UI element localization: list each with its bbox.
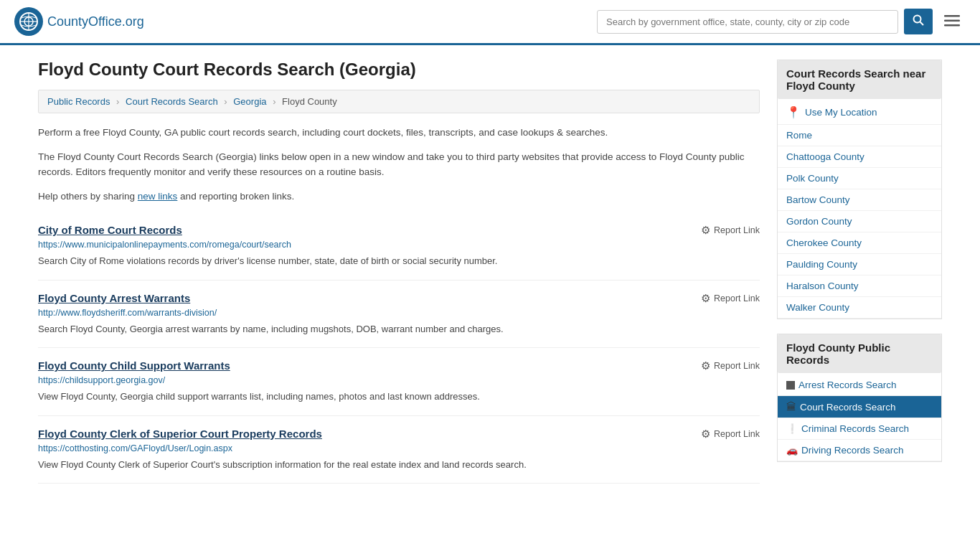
right-col: Court Records Search near Floyd County 📍… <box>777 60 942 484</box>
car-icon: 🚗 <box>786 445 798 456</box>
desc-paragraph-2: The Floyd County Court Records Search (G… <box>38 149 760 180</box>
report-link-1[interactable]: ⚙ Report Link <box>701 292 760 305</box>
search-area <box>597 9 966 34</box>
sidebar-item-criminal-records[interactable]: ❕ Criminal Records Search <box>778 418 941 440</box>
svg-rect-8 <box>944 24 960 27</box>
sidebar-item-use-location[interactable]: 📍 Use My Location <box>778 100 941 125</box>
main-content: Floyd County Court Records Search (Georg… <box>24 45 956 498</box>
result-title-3[interactable]: Floyd County Clerk of Superior Court Pro… <box>38 428 322 440</box>
breadcrumb-public-records[interactable]: Public Records <box>47 96 110 107</box>
result-url-3[interactable]: https://cotthosting.com/GAFloyd/User/Log… <box>38 443 760 453</box>
desc-paragraph-3: Help others by sharing new links and rep… <box>38 189 760 204</box>
breadcrumb-georgia[interactable]: Georgia <box>233 96 266 107</box>
result-url-2[interactable]: https://childsupport.georgia.gov/ <box>38 375 760 385</box>
result-item-1: Floyd County Arrest Warrants ⚙ Report Li… <box>38 281 760 349</box>
report-icon-0: ⚙ <box>701 224 710 237</box>
logo-county: CountyOffice <box>47 14 122 29</box>
search-button[interactable] <box>904 9 933 34</box>
sidebar-item-polk[interactable]: Polk County <box>778 168 941 189</box>
sidebar-nearby-section: Court Records Search near Floyd County 📍… <box>777 60 942 319</box>
breadcrumb-court-records-search[interactable]: Court Records Search <box>126 96 218 107</box>
report-link-label-0: Report Link <box>714 225 760 235</box>
result-title-1[interactable]: Floyd County Arrest Warrants <box>38 292 190 304</box>
sidebar-item-chattooga[interactable]: Chattooga County <box>778 146 941 168</box>
use-my-location-link[interactable]: Use My Location <box>805 107 877 118</box>
sidebar-item-bartow[interactable]: Bartow County <box>778 189 941 211</box>
sidebar-item-arrest-records[interactable]: Arrest Records Search <box>778 375 941 396</box>
result-desc-0: Search City of Rome violations records b… <box>38 254 760 268</box>
report-icon-2: ⚙ <box>701 359 710 372</box>
sidebar-item-cherokee[interactable]: Cherokee County <box>778 232 941 254</box>
page-title: Floyd County Court Records Search (Georg… <box>38 60 760 80</box>
result-item-0: City of Rome Court Records ⚙ Report Link… <box>38 212 760 281</box>
result-item-2: Floyd County Child Support Warrants ⚙ Re… <box>38 348 760 416</box>
sidebar-item-gordon[interactable]: Gordon County <box>778 211 941 232</box>
result-desc-2: View Floyd County, Georgia child support… <box>38 390 760 404</box>
sidebar-public-records-section: Floyd County Public Records Arrest Recor… <box>777 334 942 462</box>
left-col: Floyd County Court Records Search (Georg… <box>38 60 760 484</box>
breadcrumb-floyd-county: Floyd County <box>282 96 337 107</box>
report-link-label-3: Report Link <box>714 429 760 439</box>
report-link-2[interactable]: ⚙ Report Link <box>701 359 760 372</box>
sidebar-nearby-header: Court Records Search near Floyd County <box>778 60 941 99</box>
sidebar-public-records-header: Floyd County Public Records <box>778 334 941 373</box>
result-desc-3: View Floyd County Clerk of Superior Cour… <box>38 458 760 472</box>
logo-icon <box>14 7 43 36</box>
result-desc-1: Search Floyd County, Georgia arrest warr… <box>38 322 760 336</box>
search-input[interactable] <box>597 10 898 34</box>
logo-tld: .org <box>122 14 144 29</box>
report-link-3[interactable]: ⚙ Report Link <box>701 428 760 441</box>
svg-point-4 <box>914 16 921 23</box>
sidebar-item-court-records[interactable]: 🏛 Court Records Search <box>778 396 941 418</box>
result-title-2[interactable]: Floyd County Child Support Warrants <box>38 359 230 372</box>
sidebar-item-paulding[interactable]: Paulding County <box>778 254 941 276</box>
header: CountyOffice.org <box>0 0 980 45</box>
menu-button[interactable] <box>938 9 966 34</box>
report-link-0[interactable]: ⚙ Report Link <box>701 224 760 237</box>
sidebar-item-driving-records[interactable]: 🚗 Driving Records Search <box>778 440 941 461</box>
exclamation-icon: ❕ <box>786 423 798 434</box>
building-icon: 🏛 <box>786 401 796 413</box>
desc-paragraph-1: Perform a free Floyd County, GA public c… <box>38 125 760 141</box>
new-links-link[interactable]: new links <box>138 191 178 202</box>
svg-rect-6 <box>944 15 960 17</box>
square-icon <box>786 381 795 390</box>
logo-area: CountyOffice.org <box>14 7 144 36</box>
svg-line-5 <box>920 22 924 26</box>
report-icon-1: ⚙ <box>701 292 710 305</box>
bc-sep-2: › <box>224 96 227 107</box>
location-dot-icon: 📍 <box>786 105 801 119</box>
result-url-1[interactable]: http://www.floydsheriff.com/warrants-div… <box>38 308 760 318</box>
results-list: City of Rome Court Records ⚙ Report Link… <box>38 212 760 484</box>
bc-sep-1: › <box>116 96 119 107</box>
result-url-0[interactable]: https://www.municipalonlinepayments.com/… <box>38 240 760 250</box>
result-item-3: Floyd County Clerk of Superior Court Pro… <box>38 416 760 484</box>
result-title-0[interactable]: City of Rome Court Records <box>38 224 182 236</box>
report-link-label-1: Report Link <box>714 293 760 303</box>
sidebar-item-walker[interactable]: Walker County <box>778 297 941 319</box>
report-icon-3: ⚙ <box>701 428 710 441</box>
svg-rect-7 <box>944 20 960 22</box>
sidebar-item-haralson[interactable]: Haralson County <box>778 276 941 297</box>
breadcrumb: Public Records › Court Records Search › … <box>38 90 760 113</box>
bc-sep-3: › <box>273 96 275 107</box>
report-link-label-2: Report Link <box>714 361 760 371</box>
sidebar-item-rome[interactable]: Rome <box>778 125 941 146</box>
logo-text: CountyOffice.org <box>47 14 144 29</box>
